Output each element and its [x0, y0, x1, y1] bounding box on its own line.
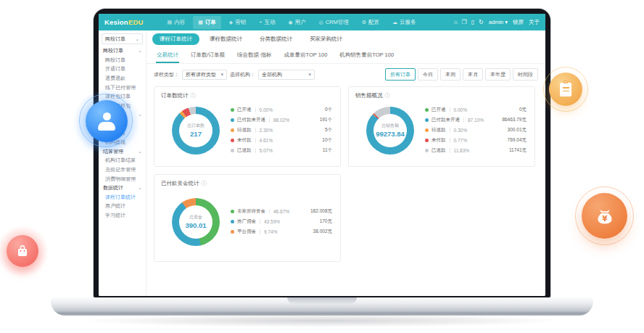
range-button[interactable]: 本年度	[485, 68, 511, 81]
sub-tab[interactable]: 综合数据·指标	[236, 47, 273, 63]
menu-item-label: 订单	[205, 19, 216, 26]
sidebar-item-label: 消费明细管理	[105, 176, 136, 183]
range-button[interactable]: 所有订单	[385, 68, 416, 81]
legend-row: 待退款 2.30% 5个	[231, 127, 332, 133]
menu-item[interactable]: ◎ CRM管理	[314, 16, 354, 29]
toolbar-icon[interactable]: ⌂	[454, 19, 458, 25]
course-type-select[interactable]: 所有课程类型 ▾	[182, 70, 227, 80]
legend-row: 已付款未开通 88.02% 191个	[231, 117, 332, 123]
menu-item-icon: ▤	[168, 20, 173, 25]
sidebar-module-select[interactable]: 网校订单 ⌄	[102, 33, 143, 44]
laptop-shadow	[80, 314, 564, 327]
card-title: 销售额概况	[355, 92, 383, 99]
menu-item[interactable]: ▤ 内容	[162, 16, 191, 29]
main-content: 课程订单统计课程数据统计分类数据统计买家采购统计 交易统计订单数/订单额综合数据…	[146, 30, 545, 296]
clipboard-icon	[549, 73, 582, 106]
legend-dot	[231, 230, 234, 234]
org-label: 选择机构：	[230, 71, 255, 78]
menu-item-icon: ⚙	[362, 20, 366, 25]
app-logo: KesionEDU	[104, 18, 144, 26]
legend-dot	[425, 108, 429, 112]
course-type-label: 课程类型：	[154, 71, 179, 78]
caret-down-icon: ▾	[505, 19, 508, 25]
sidebar-item-label: 网校订单	[103, 47, 123, 54]
range-button[interactable]: 本周	[440, 68, 461, 81]
sidebar-item[interactable]: 消费明细管理	[99, 174, 146, 184]
sidebar-item[interactable]: 退费退款	[99, 74, 146, 83]
app-window: KesionEDU ▤ 内容 ▦ 订单	[99, 14, 545, 296]
sidebar-item[interactable]: 学习统计	[99, 211, 146, 221]
legend-row: 推广佣金 43.59% 170元	[231, 218, 332, 225]
legend-dot	[231, 139, 234, 142]
range-button[interactable]: 时间段	[513, 68, 538, 81]
toolbar-icon[interactable]: ▯	[471, 19, 474, 25]
page-tabs: 课程订单统计课程数据统计分类数据统计买家采购统计	[146, 30, 545, 47]
page-tab[interactable]: 分类数据统计	[252, 33, 300, 45]
menu-item-label: 营销	[235, 19, 246, 26]
page-tab[interactable]: 课程订单统计	[152, 33, 199, 45]
sub-tab[interactable]: 交易统计	[156, 47, 179, 63]
sidebar-item[interactable]: 数据统计 ⌄	[99, 184, 146, 193]
sidebar-item[interactable]: 网校订单 ⌄	[99, 46, 146, 56]
legend-row: 已退款 5.07% 11个	[231, 147, 332, 154]
sidebar-item-label: 充值记录管理	[105, 166, 136, 173]
info-icon[interactable]: ⓘ	[385, 92, 391, 99]
sidebar-item-label: 网校订单	[105, 57, 125, 64]
sidebar-item[interactable]: 充值记录管理	[99, 165, 146, 175]
legend-dot	[231, 149, 234, 152]
laptop-notch	[287, 297, 357, 304]
sales-amount-card: 销售额概况 ⓘ 总销售额 99273.84	[348, 86, 535, 167]
sidebar-item[interactable]: 机构订单结算	[99, 156, 146, 165]
toolbar-icon[interactable]: ❐	[462, 19, 467, 25]
menu-item-icon: ◉	[288, 20, 292, 25]
sidebar-item[interactable]: 开通订单	[99, 65, 146, 74]
sidebar-item-label: 数据统计	[103, 184, 123, 192]
menu-item-label: 云服务	[400, 19, 416, 26]
range-button[interactable]: 今日	[418, 68, 438, 81]
funds-donut-chart: 总资金 390.01	[172, 198, 220, 246]
legend-dot	[231, 108, 234, 112]
legend-row: 平台佣金 9.74% 38.002元	[231, 229, 332, 235]
legend-row: 已付款未开通 87.10% 86463.79元	[425, 117, 527, 123]
sidebar-item[interactable]: 网校订单	[99, 56, 146, 65]
legend-dot	[425, 149, 429, 152]
legend-dot	[425, 139, 429, 142]
menu-item[interactable]: ◈ 营销	[224, 16, 251, 29]
info-icon[interactable]: ⓘ	[191, 92, 197, 99]
menu-item-label: 用户	[295, 19, 306, 26]
menu-item[interactable]: ⚙ 配置	[357, 16, 384, 29]
chevron-down-icon: ⌄	[138, 149, 142, 155]
legend-dot	[231, 210, 234, 213]
menu-item[interactable]: ▦ 订单	[193, 16, 221, 29]
menu-item[interactable]: ☁ 云服务	[387, 16, 421, 29]
menu-item-icon: ◓	[259, 20, 262, 25]
legend-row: 已开通 0.00% 0元	[425, 107, 527, 113]
card-title: 已付款资金统计	[161, 180, 199, 187]
range-button[interactable]: 本月	[463, 68, 483, 81]
legend-dot	[231, 128, 234, 132]
menu-item[interactable]: ◉ 用户	[283, 16, 310, 29]
toolbar-icon[interactable]: ↻	[479, 19, 484, 25]
page-tab[interactable]: 课程数据统计	[202, 33, 249, 45]
sidebar-item-label: 开通订单	[105, 65, 125, 73]
sub-tab[interactable]: 成单量前TOP 100	[284, 47, 329, 63]
legend-dot	[425, 128, 429, 132]
laptop-screen: KesionEDU ▤ 内容 ▦ 订单	[94, 9, 550, 297]
navbar-link[interactable]: 关于	[529, 19, 540, 26]
menu-item[interactable]: ◓ 互动	[254, 16, 280, 29]
page-tab[interactable]: 买家采购统计	[302, 33, 350, 45]
sidebar-item[interactable]: 用户统计	[99, 202, 146, 211]
sidebar-item[interactable]: 课程订单统计	[99, 193, 146, 202]
org-select[interactable]: 全部机构 ▾	[258, 70, 315, 80]
navbar-right: ⌂❐▯↻ admin ▾ 锁屏关于	[454, 19, 540, 26]
sub-tab[interactable]: 机构销售量前TOP 100	[339, 47, 395, 63]
legend-row: 未付款 0.77% 769.04元	[425, 137, 527, 144]
sidebar-item-label: 机构订单结算	[105, 157, 136, 164]
user-dropdown[interactable]: admin ▾	[489, 19, 508, 25]
legend-row: 已开通 0.00% 0个	[231, 107, 332, 113]
info-icon[interactable]: ⓘ	[202, 180, 207, 187]
navbar-link[interactable]: 锁屏	[513, 19, 524, 26]
sidebar-item-label: 课程订单统计	[105, 194, 136, 201]
card-title: 订单数统计	[161, 92, 189, 99]
sub-tab[interactable]: 订单数/订单额	[190, 47, 226, 63]
